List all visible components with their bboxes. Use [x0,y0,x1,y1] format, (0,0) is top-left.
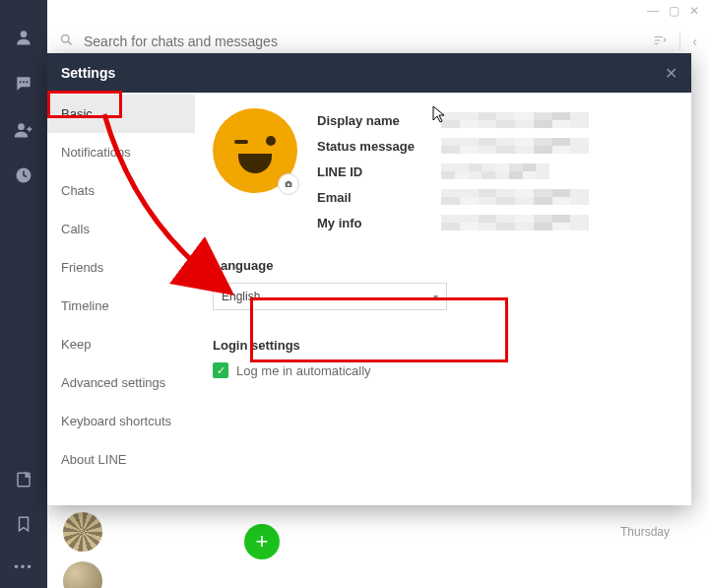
login-section-title: Login settings [213,338,668,353]
search-input[interactable] [84,33,642,49]
display-name-value [441,112,589,128]
status-message-label: Status message [317,139,423,154]
settings-modal: Settings ✕ Basic Notifications Chats Cal… [47,53,691,505]
checkbox-checked-icon[interactable]: ✓ [213,362,228,378]
nav-item-about[interactable]: About LINE [47,440,195,479]
chat-row[interactable] [63,561,709,588]
modal-header: Settings ✕ [47,53,691,93]
line-id-label: LINE ID [317,164,423,179]
svg-point-3 [26,81,28,83]
login-auto-row[interactable]: ✓ Log me in automatically [213,362,668,378]
chevron-left-icon[interactable]: ‹ [692,33,697,49]
more-icon[interactable]: ••• [14,559,33,574]
language-select[interactable]: English ▾ [213,283,447,310]
person-icon[interactable] [14,28,33,50]
email-value [441,189,589,205]
language-section-title: Language [213,258,668,273]
profile-avatar[interactable] [213,108,297,193]
window-maximize[interactable]: ▢ [669,4,679,18]
settings-content: Display name Status message LINE ID Emai… [195,93,691,505]
nav-item-chats[interactable]: Chats [47,171,195,210]
svg-point-4 [18,123,25,130]
avatar [63,561,102,588]
my-info-value [441,215,589,230]
profile-row: Display name Status message LINE ID Emai… [213,108,668,230]
window-controls: — ▢ ✕ [47,0,709,22]
camera-icon[interactable] [278,173,299,195]
nav-item-calls[interactable]: Calls [47,210,195,248]
divider [679,33,680,50]
nav-item-keep[interactable]: Keep [47,325,195,363]
nav-item-advanced[interactable]: Advanced settings [47,363,195,402]
svg-point-2 [23,81,25,83]
my-info-label: My info [317,216,423,230]
chat-timestamp: Thursday [620,525,670,539]
window-close[interactable]: ✕ [689,4,699,18]
status-message-value [441,138,589,154]
close-icon[interactable]: ✕ [665,64,677,83]
search-icon [59,33,74,50]
chat-row[interactable]: Thursday [63,502,709,561]
avatar [63,512,102,552]
line-id-value [441,163,549,179]
nav-item-basic[interactable]: Basic [47,95,195,133]
modal-title: Settings [61,65,115,81]
display-name-label: Display name [317,113,423,128]
plus-icon: + [256,529,269,555]
svg-point-1 [20,81,22,83]
nav-item-friends[interactable]: Friends [47,248,195,287]
nav-item-timeline[interactable]: Timeline [47,287,195,325]
chat-list-bg: Thursday [47,502,709,588]
settings-nav: Basic Notifications Chats Calls Friends … [47,93,195,505]
bookmark-icon[interactable] [15,515,32,536]
nav-item-notifications[interactable]: Notifications [47,133,195,171]
clock-icon[interactable] [15,166,32,187]
left-rail: ••• [0,0,47,588]
svg-point-0 [21,31,28,37]
profile-fields: Display name Status message LINE ID Emai… [317,108,589,230]
nav-item-shortcuts[interactable]: Keyboard shortcuts [47,402,195,440]
note-icon[interactable] [15,471,32,491]
chat-icon[interactable] [14,74,33,97]
svg-point-8 [288,183,290,186]
window-minimize[interactable]: — [647,4,659,18]
new-chat-button[interactable]: + [244,524,280,559]
language-selected: English [222,290,260,303]
svg-point-7 [62,35,70,43]
email-label: Email [317,190,423,205]
login-auto-label: Log me in automatically [236,363,371,378]
chevron-down-icon: ▾ [433,292,438,302]
sort-icon[interactable] [652,33,668,50]
add-friend-icon[interactable] [14,120,33,143]
